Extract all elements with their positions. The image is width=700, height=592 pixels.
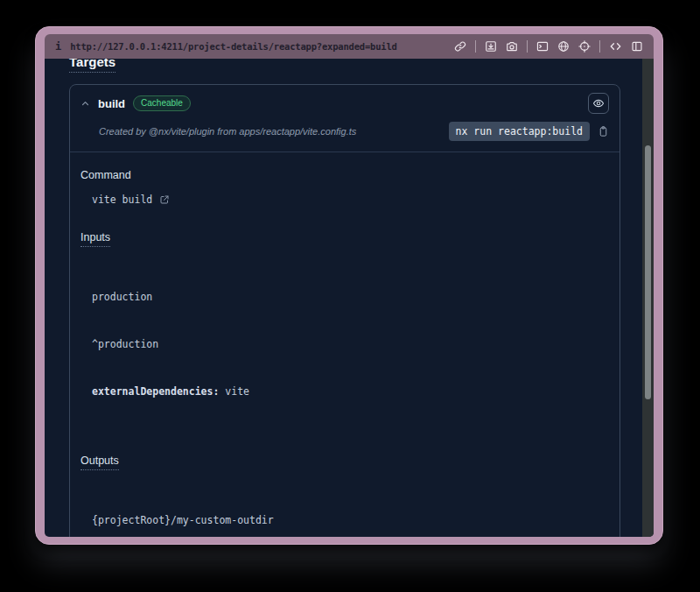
input-item: ^production bbox=[92, 336, 609, 352]
info-icon[interactable]: i bbox=[55, 40, 61, 53]
copy-icon[interactable] bbox=[598, 125, 609, 137]
link-icon[interactable] bbox=[454, 40, 466, 53]
titlebar-separator bbox=[527, 40, 528, 53]
command-value: vite build bbox=[92, 192, 609, 208]
titlebar-actions bbox=[454, 40, 643, 53]
save-screenshot-icon[interactable] bbox=[485, 40, 497, 53]
page-viewport: Targets build Cacheable Created by @nx/v… bbox=[45, 59, 654, 537]
target-name: build bbox=[98, 97, 125, 110]
target-build-details: Command vite build Inputs bbox=[70, 152, 620, 537]
globe-icon[interactable] bbox=[557, 40, 570, 53]
section-inputs: Inputs production ^production externalDe… bbox=[80, 231, 609, 431]
vertical-scrollbar[interactable] bbox=[642, 59, 654, 537]
outputs-heading: Outputs bbox=[80, 455, 609, 470]
run-command-chip: nx run reactapp:build bbox=[449, 122, 590, 141]
output-item: {projectRoot}/my-custom-outdir bbox=[92, 512, 609, 528]
section-outputs: Outputs {projectRoot}/my-custom-outdir bbox=[80, 455, 609, 537]
crosshair-icon[interactable] bbox=[578, 40, 591, 53]
panel-icon[interactable] bbox=[631, 40, 643, 53]
titlebar-separator bbox=[475, 40, 476, 53]
target-build-header[interactable]: build Cacheable bbox=[70, 85, 620, 116]
external-link-icon[interactable] bbox=[159, 194, 170, 205]
page-title: Targets bbox=[69, 59, 620, 73]
view-target-graph-button[interactable] bbox=[588, 93, 609, 114]
created-by-text: Created by @nx/vite/plugin from apps/rea… bbox=[99, 126, 356, 137]
command-heading: Command bbox=[80, 169, 609, 181]
input-item: production bbox=[92, 289, 609, 305]
command-text: vite build bbox=[92, 192, 152, 208]
outputs-list: {projectRoot}/my-custom-outdir bbox=[92, 481, 609, 537]
inputs-list: production ^production externalDependenc… bbox=[92, 257, 609, 431]
input-item: externalDependencies: vite bbox=[92, 384, 609, 399]
scrollbar-thumb[interactable] bbox=[645, 145, 651, 399]
target-card-build: build Cacheable Created by @nx/vite/plug… bbox=[69, 84, 620, 537]
target-build-subheader: Created by @nx/vite/plugin from apps/rea… bbox=[70, 116, 620, 152]
browser-window: i http://127.0.0.1:4211/project-details/… bbox=[35, 26, 663, 545]
browser-titlebar: i http://127.0.0.1:4211/project-details/… bbox=[45, 34, 654, 59]
section-command: Command vite build bbox=[80, 169, 609, 208]
titlebar-separator bbox=[599, 40, 600, 53]
terminal-icon[interactable] bbox=[536, 40, 549, 53]
project-details-page: Targets build Cacheable Created by @nx/v… bbox=[45, 59, 642, 537]
address-url[interactable]: http://127.0.0.1:4211/project-details/re… bbox=[70, 41, 396, 52]
page-title-text: Targets bbox=[69, 59, 116, 73]
inputs-heading: Inputs bbox=[80, 231, 609, 247]
cacheable-badge: Cacheable bbox=[133, 95, 191, 111]
code-icon[interactable] bbox=[609, 40, 622, 53]
chevron-up-icon bbox=[80, 99, 90, 109]
camera-icon[interactable] bbox=[506, 40, 518, 53]
